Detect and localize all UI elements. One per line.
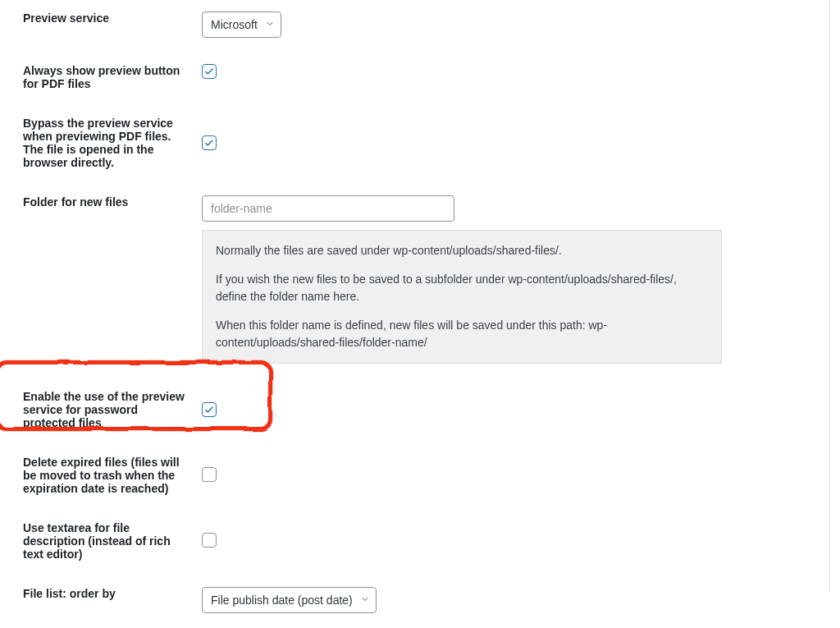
panel-divider (829, 0, 830, 591)
settings-form-table: Preview service Microsoft Always show pr… (0, 0, 840, 628)
always-preview-pdf-checkbox[interactable] (202, 64, 217, 79)
always-preview-pdf-label: Always show preview button for PDF files (23, 64, 180, 90)
file-order-by-label: File list: order by (23, 587, 116, 600)
preview-service-select[interactable]: Microsoft (202, 11, 281, 38)
folder-help3: When this folder name is defined, new fi… (216, 317, 708, 351)
folder-new-files-label: Folder for new files (23, 195, 128, 209)
folder-help2: If you wish the new files to be saved to… (216, 271, 708, 305)
folder-new-files-input[interactable] (202, 195, 454, 222)
preview-password-label: Enable the use of the preview service fo… (23, 390, 185, 429)
preview-password-checkbox[interactable] (202, 402, 217, 417)
folder-help-box: Normally the files are saved under wp-co… (202, 230, 722, 364)
textarea-description-label: Use textarea for file description (inste… (23, 521, 171, 561)
preview-service-label: Preview service (23, 11, 109, 25)
textarea-description-checkbox[interactable] (202, 533, 217, 548)
bypass-preview-pdf-label: Bypass the preview service when previewi… (23, 117, 173, 169)
file-order-by-select[interactable]: File publish date (post date) (202, 587, 377, 613)
delete-expired-label: Delete expired files (files will be move… (23, 456, 180, 495)
bypass-preview-pdf-checkbox[interactable] (202, 135, 217, 150)
delete-expired-checkbox[interactable] (202, 467, 217, 482)
folder-help1: Normally the files are saved under wp-co… (216, 242, 708, 259)
